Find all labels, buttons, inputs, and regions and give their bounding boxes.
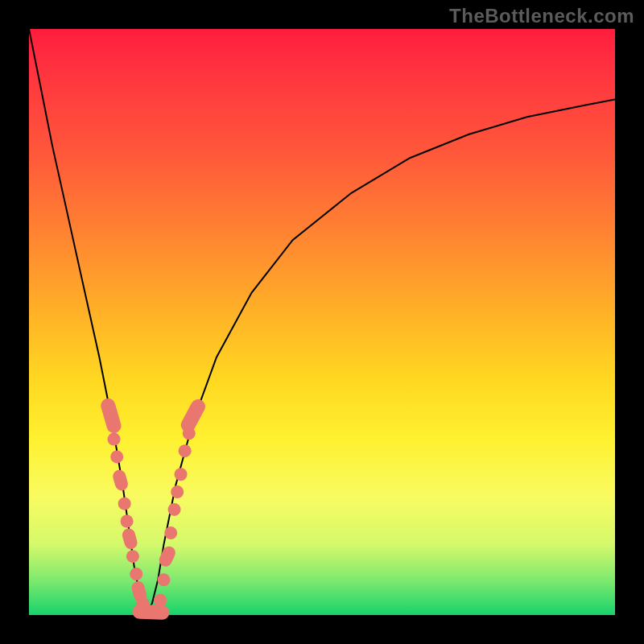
- data-marker-dot: [121, 515, 134, 528]
- data-marker-dot: [179, 444, 192, 457]
- data-marker-pill: [121, 527, 139, 551]
- data-marker-dot: [110, 450, 123, 463]
- watermark-text: TheBottleneck.com: [449, 5, 634, 27]
- plot-area: [29, 29, 615, 615]
- data-marker-dot: [157, 573, 170, 586]
- data-marker-dot: [118, 497, 131, 510]
- data-marker-dot: [126, 550, 139, 563]
- chart-svg: [29, 29, 615, 615]
- data-marker-pill: [132, 605, 170, 621]
- data-marker-pill: [111, 469, 130, 492]
- data-marker-dot: [154, 594, 167, 607]
- data-marker-dot: [171, 485, 184, 498]
- data-marker-dot: [130, 568, 142, 580]
- data-marker-pill: [179, 397, 208, 435]
- data-marker-dot: [108, 433, 121, 446]
- data-marker-dot: [168, 503, 181, 516]
- markers-group: [99, 397, 208, 620]
- data-marker-dot: [164, 526, 177, 539]
- data-marker-pill: [99, 397, 122, 435]
- data-marker-dot: [175, 468, 188, 481]
- curve-group: [29, 29, 615, 615]
- bottleneck-curve: [29, 29, 615, 615]
- outer-frame: TheBottleneck.com: [0, 0, 644, 644]
